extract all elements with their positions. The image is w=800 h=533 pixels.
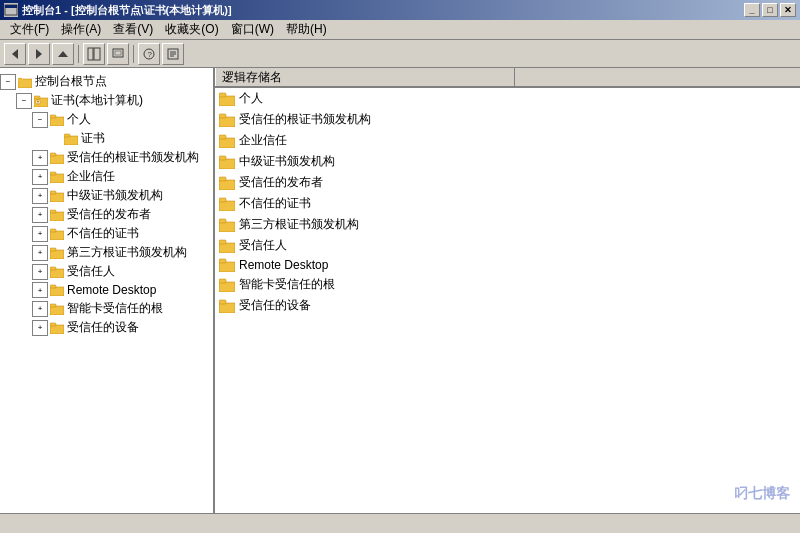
- svg-rect-38: [50, 248, 56, 251]
- list-item[interactable]: 企业信任: [215, 130, 800, 151]
- remote-desktop-icon: [50, 284, 64, 296]
- trusted-pub-expander[interactable]: +: [32, 207, 48, 223]
- tree-intermediate[interactable]: + 中级证书颁发机构: [0, 186, 213, 205]
- untrusted-expander[interactable]: +: [32, 226, 48, 242]
- list-item[interactable]: 受信任的发布者: [215, 172, 800, 193]
- list-item[interactable]: 不信任的证书: [215, 193, 800, 214]
- svg-rect-65: [219, 282, 235, 292]
- intermediate-icon: [50, 190, 64, 202]
- svg-rect-66: [219, 279, 226, 283]
- tree-cert-node[interactable]: − 证书(本地计算机): [0, 91, 213, 110]
- trusted-devices-icon: [50, 322, 64, 334]
- tree-trusted-people[interactable]: + 受信任人: [0, 262, 213, 281]
- list-item[interactable]: 受信任的根证书颁发机构: [215, 109, 800, 130]
- list-panel[interactable]: 逻辑存储名 个人 受信任的根证书颁发机构 企业信任 中级证书颁发机构: [215, 68, 800, 513]
- tree-enterprise[interactable]: + 企业信任: [0, 167, 213, 186]
- cert-node-label: 证书(本地计算机): [51, 92, 143, 109]
- tree-panel[interactable]: − 控制台根节点 −: [0, 68, 215, 513]
- menu-favorites[interactable]: 收藏夹(O): [159, 19, 224, 40]
- svg-rect-56: [219, 177, 226, 181]
- tree-cert-leaf[interactable]: 证书: [0, 129, 213, 148]
- list-item[interactable]: 个人: [215, 88, 800, 109]
- tree-trusted-devices[interactable]: + 受信任的设备: [0, 318, 213, 337]
- trusted-people-expander[interactable]: +: [32, 264, 48, 280]
- list-folder-icon-10: [219, 299, 235, 313]
- tree-remote-desktop[interactable]: + Remote Desktop: [0, 281, 213, 299]
- tree-untrusted[interactable]: + 不信任的证书: [0, 224, 213, 243]
- svg-point-20: [37, 100, 39, 102]
- list-item[interactable]: Remote Desktop: [215, 256, 800, 274]
- close-button[interactable]: ✕: [780, 3, 796, 17]
- remote-desktop-label: Remote Desktop: [67, 283, 156, 297]
- tree-personal[interactable]: − 个人: [0, 110, 213, 129]
- svg-rect-44: [50, 304, 56, 307]
- list-item-label-8: Remote Desktop: [239, 258, 328, 272]
- svg-rect-58: [219, 198, 226, 202]
- tree-root[interactable]: − 控制台根节点: [0, 72, 213, 91]
- show-hide-tree-button[interactable]: [83, 43, 105, 65]
- list-folder-icon-2: [219, 134, 235, 148]
- list-item[interactable]: 中级证书颁发机构: [215, 151, 800, 172]
- smartcard-label: 智能卡受信任的根: [67, 300, 163, 317]
- tree-smartcard[interactable]: + 智能卡受信任的根: [0, 299, 213, 318]
- refresh-button[interactable]: [107, 43, 129, 65]
- trusted-root-expander[interactable]: +: [32, 150, 48, 166]
- svg-rect-40: [50, 267, 56, 270]
- tree-trusted-pub[interactable]: + 受信任的发布者: [0, 205, 213, 224]
- enterprise-expander[interactable]: +: [32, 169, 48, 185]
- svg-rect-32: [50, 191, 56, 194]
- svg-rect-27: [50, 155, 64, 164]
- up-button[interactable]: [52, 43, 74, 65]
- menu-window[interactable]: 窗口(W): [225, 19, 280, 40]
- root-expander[interactable]: −: [0, 74, 16, 90]
- smartcard-expander[interactable]: +: [32, 301, 48, 317]
- trusted-root-label: 受信任的根证书颁发机构: [67, 149, 199, 166]
- list-item[interactable]: 受信任人: [215, 235, 800, 256]
- list-item-label-9: 智能卡受信任的根: [239, 276, 335, 293]
- minimize-button[interactable]: _: [744, 3, 760, 17]
- list-item[interactable]: 第三方根证书颁发机构: [215, 214, 800, 235]
- cert-expander[interactable]: −: [16, 93, 32, 109]
- back-button[interactable]: [4, 43, 26, 65]
- svg-rect-64: [219, 259, 226, 263]
- menu-view[interactable]: 查看(V): [107, 19, 159, 40]
- smartcard-icon: [50, 303, 64, 315]
- list-header-name[interactable]: 逻辑存储名: [215, 68, 515, 86]
- menu-file[interactable]: 文件(F): [4, 19, 55, 40]
- cert-leaf-label: 证书: [81, 130, 105, 147]
- list-item-label-7: 受信任人: [239, 237, 287, 254]
- svg-rect-34: [50, 210, 56, 213]
- svg-rect-68: [219, 300, 226, 304]
- forward-button[interactable]: [28, 43, 50, 65]
- list-folder-icon-8: [219, 258, 235, 272]
- menu-help[interactable]: 帮助(H): [280, 19, 333, 40]
- root-folder-icon: [18, 76, 32, 88]
- maximize-button[interactable]: □: [762, 3, 778, 17]
- trusted-people-label: 受信任人: [67, 263, 115, 280]
- trusted-devices-expander[interactable]: +: [32, 320, 48, 336]
- svg-rect-41: [50, 287, 64, 296]
- trusted-root-icon: [50, 152, 64, 164]
- intermediate-expander[interactable]: +: [32, 188, 48, 204]
- personal-expander[interactable]: −: [32, 112, 48, 128]
- menu-bar: 文件(F) 操作(A) 查看(V) 收藏夹(O) 窗口(W) 帮助(H): [0, 20, 800, 40]
- intermediate-label: 中级证书颁发机构: [67, 187, 163, 204]
- help-button[interactable]: ?: [138, 43, 160, 65]
- list-item[interactable]: 智能卡受信任的根: [215, 274, 800, 295]
- tree-third-party[interactable]: + 第三方根证书颁发机构: [0, 243, 213, 262]
- tree-trusted-root[interactable]: + 受信任的根证书颁发机构: [0, 148, 213, 167]
- svg-marker-2: [12, 49, 18, 59]
- menu-action[interactable]: 操作(A): [55, 19, 107, 40]
- remote-desktop-expander[interactable]: +: [32, 282, 48, 298]
- list-header: 逻辑存储名: [215, 68, 800, 88]
- svg-text:?: ?: [148, 50, 153, 59]
- svg-rect-52: [219, 135, 226, 139]
- status-bar: [0, 513, 800, 533]
- third-party-expander[interactable]: +: [32, 245, 48, 261]
- svg-rect-51: [219, 138, 235, 148]
- cert-leaf-icon: [64, 133, 78, 145]
- third-party-label: 第三方根证书颁发机构: [67, 244, 187, 261]
- export-button[interactable]: [162, 43, 184, 65]
- svg-rect-24: [50, 115, 56, 118]
- list-item[interactable]: 受信任的设备: [215, 295, 800, 316]
